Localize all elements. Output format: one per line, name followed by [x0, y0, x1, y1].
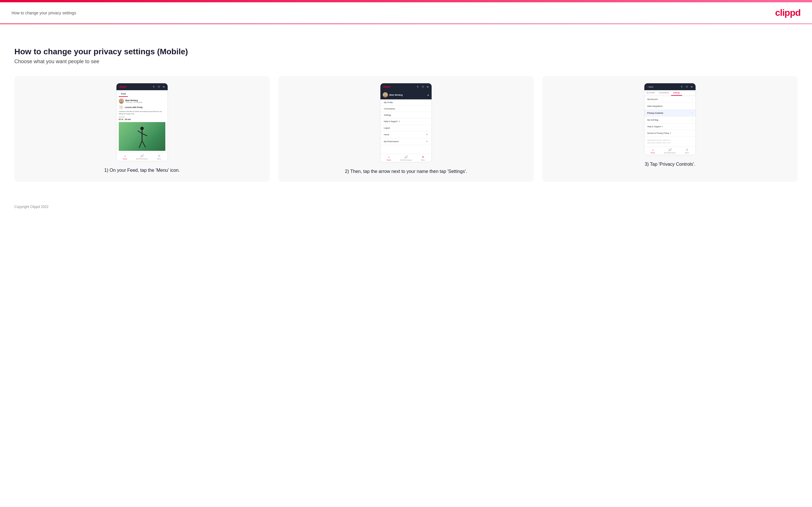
- user-row-menu: Blair McHarg ▲: [380, 90, 432, 99]
- chevron-right-icon-3: ›: [692, 112, 693, 114]
- step-1-card: clippd ⚲ ☷ ⚙ Feed: [14, 76, 270, 182]
- header-title: How to change your privacy settings: [11, 11, 76, 15]
- phone-mockup-step2: clippd ⚲ ☷ ⚙ Blair McHarg ▲: [380, 83, 432, 162]
- back-text: Back: [649, 86, 654, 88]
- svg-point-9: [384, 96, 387, 97]
- version-line2: GQL Server Version: 2022.7.30-1: [647, 142, 693, 144]
- menu-section-home-label: Home: [384, 133, 389, 135]
- settings-tabs: My Profile Connections Settings: [644, 90, 696, 96]
- home-icon: ⌂: [124, 154, 126, 157]
- menu-username: Blair McHarg: [389, 94, 403, 96]
- lesson-icon: 📋: [119, 105, 123, 109]
- search-icon-2: ⚲: [416, 85, 419, 89]
- bottom-nav-home-label: Home: [123, 158, 127, 160]
- bottom-nav-performance-2: 📈 My Performance: [397, 155, 414, 161]
- svg-point-1: [119, 102, 123, 104]
- menu-item-help: Help & Support ↗: [380, 118, 432, 125]
- chevron-right-icon: ›: [692, 98, 693, 101]
- close-icon: ✕: [422, 155, 424, 159]
- external-link-icon: ↗: [399, 120, 400, 122]
- page-footer: Copyright Clippd 2022: [0, 199, 812, 215]
- settings-item-golfbag: My Golf Bag ›: [644, 117, 696, 123]
- svg-point-2: [140, 127, 144, 130]
- tab-settings: Settings: [671, 90, 682, 96]
- bottom-nav-performance-label-2: My Performance: [400, 159, 412, 161]
- phone-bottom-nav-step3: ⌂ Home 📈 My Performance ☰ Menu: [644, 147, 696, 155]
- settings-item-serviceprivacy: Service & Privacy Policy ↗: [644, 130, 696, 137]
- settings-label-myaccount: My Account: [647, 98, 658, 100]
- bottom-nav-home: ⌂ Home: [116, 154, 134, 160]
- tab-myprofile: My Profile: [644, 90, 657, 96]
- back-arrow-icon: ‹: [647, 86, 648, 88]
- menu-item-profile: My Profile: [380, 99, 432, 106]
- menu-icon: ☰: [158, 154, 160, 157]
- performance-icon: 📈: [140, 154, 144, 157]
- settings-label-dataintegrations: Data Integrations: [647, 105, 662, 107]
- menu-avatar: [383, 92, 388, 97]
- page-heading: How to change your privacy settings (Mob…: [14, 47, 798, 56]
- phone-logo-step2: clippd: [383, 85, 391, 88]
- step-2-card: clippd ⚲ ☷ ⚙ Blair McHarg ▲: [278, 76, 534, 182]
- step-3-card: ‹ Back ⚲ ☷ ⚙ My Profile Connections Sett…: [542, 76, 798, 182]
- bottom-nav-performance: 📈 My Performance: [134, 154, 150, 160]
- bottom-nav-performance-label-3: My Performance: [664, 152, 676, 154]
- svg-line-4: [138, 131, 142, 133]
- svg-line-5: [142, 133, 147, 136]
- search-icon: ⚲: [152, 85, 156, 89]
- tab-connections: Connections: [657, 90, 671, 96]
- step-1-caption: 1) On your Feed, tap the 'Menu' icon.: [104, 167, 180, 174]
- chevron-right-icon-2: ›: [692, 105, 693, 107]
- version-info: Clippd Client Version: 2022.8.3-3 GQL Se…: [644, 137, 696, 147]
- user-icon-2: ☷: [421, 85, 424, 89]
- back-row: ‹ Back ⚲ ☷ ⚙: [644, 83, 696, 90]
- menu-item-settings: Settings: [380, 112, 432, 118]
- post-meta: Yesterday · Sunningdale: [125, 101, 142, 103]
- performance-icon-3: 📈: [668, 148, 672, 151]
- page-subheading: Choose what you want people to see: [14, 59, 798, 65]
- step-3-caption: 3) Tap 'Privacy Controls'.: [645, 161, 695, 168]
- settings-icon: ⚙: [162, 85, 165, 89]
- bottom-nav-menu-label-2: Menu: [421, 159, 425, 161]
- page-header: How to change your privacy settings clip…: [0, 2, 812, 23]
- home-icon-2: ⌂: [388, 155, 390, 159]
- svg-line-7: [142, 141, 146, 147]
- search-icon-3: ⚲: [680, 85, 683, 89]
- menu-section-performance-label: My Performance: [384, 140, 399, 143]
- steps-row: clippd ⚲ ☷ ⚙ Feed: [14, 76, 798, 182]
- golf-image: [119, 122, 165, 151]
- bottom-nav-home-2: ⌂ Home: [380, 155, 397, 161]
- settings-item-helpsupport: Help & Support ↗: [644, 123, 696, 130]
- post-user-row: Blair McHarg Yesterday · Sunningdale: [119, 99, 165, 104]
- avatar: [119, 99, 124, 104]
- settings-icon-2: ⚙: [426, 85, 429, 89]
- phone-nav-icons-step2: ⚲ ☷ ⚙: [416, 85, 429, 89]
- lesson-title: Lesson with Fordy: [125, 106, 143, 108]
- lesson-row: 📋 Lesson with Fordy: [119, 105, 165, 109]
- bottom-nav-performance-label: My Performance: [136, 158, 148, 160]
- bottom-nav-menu-label-3: Menu: [685, 152, 689, 154]
- performance-icon-2: 📈: [404, 155, 408, 159]
- post-user-info: Blair McHarg Yesterday · Sunningdale: [125, 99, 142, 103]
- phone-mockup-step1: clippd ⚲ ☷ ⚙ Feed: [116, 83, 168, 161]
- chevron-up-icon: ▲: [427, 94, 429, 96]
- bottom-nav-menu-2: ✕ Menu: [415, 155, 432, 161]
- step-2-caption: 2) Then, tap the arrow next to your name…: [345, 168, 467, 175]
- phone-bottom-nav-step2: ⌂ Home 📈 My Performance ✕ Menu: [380, 154, 432, 162]
- bottom-nav-menu-3: ☰ Menu: [678, 148, 696, 154]
- duration-label: Duration: [119, 116, 165, 118]
- bottom-nav-menu-label: Menu: [157, 158, 161, 160]
- svg-point-0: [120, 99, 122, 102]
- menu-icon-3: ☰: [686, 148, 689, 151]
- svg-point-8: [384, 93, 387, 95]
- phone-bottom-nav-step1: ⌂ Home 📈 My Performance ☰ Menu: [116, 153, 168, 161]
- settings-label-helpsupport: Help & Support ↗: [647, 125, 663, 128]
- user-row-left: Blair McHarg: [383, 92, 403, 97]
- settings-label-serviceprivacy: Service & Privacy Policy ↗: [647, 132, 671, 134]
- logo: clippd: [775, 7, 801, 18]
- svg-line-6: [139, 141, 142, 148]
- menu-section-performance: My Performance ▼: [380, 138, 432, 145]
- menu-section-home: Home ▼: [380, 131, 432, 138]
- settings-icon-3: ⚙: [690, 85, 693, 89]
- settings-item-myaccount: My Account ›: [644, 96, 696, 103]
- chevron-down-icon: ▼: [426, 133, 428, 136]
